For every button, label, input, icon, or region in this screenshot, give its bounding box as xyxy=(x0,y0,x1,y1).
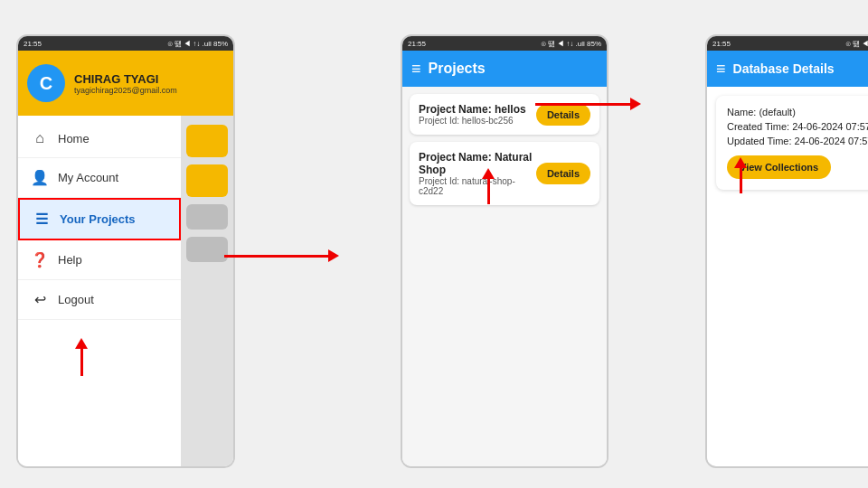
drawer-menu: ⌂ Home 👤 My Account ☰ Your Projects ❓ He… xyxy=(18,116,181,466)
drawer-item-your-projects[interactable]: ☰ Your Projects xyxy=(18,198,181,240)
home-icon: ⌂ xyxy=(31,130,49,146)
projects-icon: ☰ xyxy=(33,211,51,228)
details-button-natural-shop[interactable]: Details xyxy=(536,163,590,184)
status-icons-2: ⊙ 떒 ◀ ↑↓ .ull 85% xyxy=(541,39,601,49)
panel-block-4 xyxy=(186,237,228,262)
arrow-line-h-1 xyxy=(224,255,328,258)
drawer-label-my-account: My Account xyxy=(58,171,118,184)
arrow-line-h-2 xyxy=(535,103,630,106)
phone1-frame: 21:55 ⊙ 떒 ◀ ↑↓ .ull 85% C CHIRAG TYAGI t… xyxy=(7,16,235,468)
project-name-natural-shop: Project Name: Natural Shop xyxy=(419,151,536,176)
account-icon: 👤 xyxy=(31,169,49,186)
project-id-natural-shop: Project Id: natural-shop-c2d22 xyxy=(419,176,536,196)
db-details-title: Database Details xyxy=(733,61,835,76)
hamburger-icon-2[interactable]: ≡ xyxy=(411,60,421,79)
drawer-label-your-projects: Your Projects xyxy=(60,212,136,226)
arrow-head-up-2 xyxy=(482,168,495,179)
arrow-up-1 xyxy=(75,338,88,376)
hamburger-icon-3[interactable]: ≡ xyxy=(716,60,726,79)
avatar: C xyxy=(27,64,65,102)
db-app-bar: ≡ Database Details xyxy=(707,51,868,87)
user-info: CHIRAG TYAGI tyagichirag2025@gmail.com xyxy=(74,72,177,95)
arrow-line-1 xyxy=(80,349,83,376)
phone3-frame: 21:55 ⊙ 떒 ◀ ↑↓ .ull 85% ≡ Database Detai… xyxy=(633,16,868,468)
status-bar-2: 21:55 ⊙ 떒 ◀ ↑↓ .ull 85% xyxy=(402,36,607,51)
project-card-natural-shop: Project Name: Natural Shop Project Id: n… xyxy=(410,142,599,205)
status-icons-3: ⊙ 떒 ◀ ↑↓ .ull 85% xyxy=(845,39,868,49)
arrow-head-up-3 xyxy=(734,157,747,168)
panel-block-1 xyxy=(186,125,228,157)
drawer-right-panel xyxy=(181,116,233,466)
project-info-hellos: Project Name: hellos Project Id: hellos-… xyxy=(419,103,526,126)
status-time-2: 21:55 xyxy=(408,40,426,48)
project-list: Project Name: hellos Project Id: hellos-… xyxy=(402,87,607,466)
status-time-1: 21:55 xyxy=(24,40,42,48)
db-updated: Updated Time: 24-06-2024 07:57 xyxy=(727,136,868,146)
db-created: Created Time: 24-06-2024 07:57 xyxy=(727,121,868,132)
drawer-label-logout: Logout xyxy=(58,293,94,306)
drawer-label-home: Home xyxy=(58,132,90,145)
arrow-right-1-2 xyxy=(224,249,339,262)
status-bar-1: 21:55 ⊙ 떒 ◀ ↑↓ .ull 85% xyxy=(18,36,233,51)
panel-block-2 xyxy=(186,164,228,197)
arrow-line-3 xyxy=(740,168,742,193)
drawer-item-my-account[interactable]: 👤 My Account xyxy=(18,158,181,198)
drawer-body: ⌂ Home 👤 My Account ☰ Your Projects ❓ He… xyxy=(18,116,233,466)
status-bar-3: 21:55 ⊙ 떒 ◀ ↑↓ .ull 85% xyxy=(707,36,868,51)
db-name: Name: (default) xyxy=(727,107,868,117)
projects-title: Projects xyxy=(429,61,486,77)
panel-block-3 xyxy=(186,204,228,230)
logout-icon: ↩ xyxy=(31,291,49,308)
arrow-up-3 xyxy=(734,157,747,193)
drawer-item-home[interactable]: ⌂ Home xyxy=(18,119,181,158)
status-time-3: 21:55 xyxy=(712,40,731,48)
user-email: tyagichirag2025@gmail.com xyxy=(74,86,177,95)
arrow-up-2 xyxy=(482,168,495,204)
drawer-item-help[interactable]: ❓ Help xyxy=(18,240,181,280)
drawer-label-help: Help xyxy=(58,253,82,267)
drawer-header: C CHIRAG TYAGI tyagichirag2025@gmail.com xyxy=(18,51,233,116)
help-icon: ❓ xyxy=(31,251,49,268)
arrow-right-2-3 xyxy=(535,98,641,110)
project-info-natural-shop: Project Name: Natural Shop Project Id: n… xyxy=(419,151,536,196)
arrow-line-2 xyxy=(487,179,490,204)
username: CHIRAG TYAGI xyxy=(74,72,177,86)
project-name-hellos: Project Name: hellos xyxy=(419,103,526,116)
projects-app-bar: ≡ Projects xyxy=(402,51,607,87)
phone2-frame: 21:55 ⊙ 떒 ◀ ↑↓ .ull 85% ≡ Projects Proje… xyxy=(328,16,609,468)
project-id-hellos: Project Id: hellos-bc256 xyxy=(419,116,526,126)
drawer-item-logout[interactable]: ↩ Logout xyxy=(18,280,181,320)
status-icons-1: ⊙ 떒 ◀ ↑↓ .ull 85% xyxy=(167,39,228,49)
arrow-head-up-1 xyxy=(75,338,88,349)
